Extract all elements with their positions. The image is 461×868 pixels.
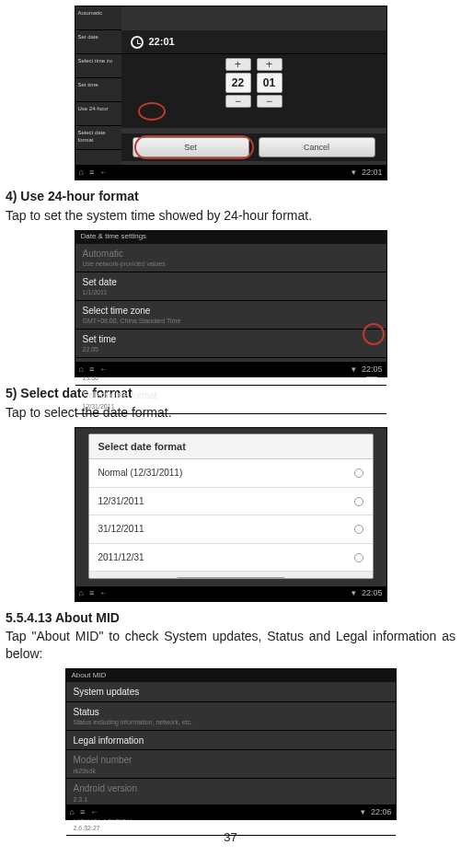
dialog-buttons: Set Cancel	[121, 133, 386, 161]
list-item: Set date	[75, 30, 121, 54]
row-time-zone[interactable]: Select time zone GMT+08:00, China Standa…	[75, 301, 386, 330]
back-icon[interactable]: ←	[99, 167, 108, 178]
screen-header: Date & time settings	[75, 231, 386, 244]
hour-column: + 22 −	[225, 58, 251, 108]
row-set-time[interactable]: Set time 22:05	[75, 330, 386, 358]
radio-icon	[354, 469, 363, 478]
row-automatic[interactable]: Automatic Use network-provided values	[75, 244, 386, 272]
minute-column: + 01 −	[257, 58, 282, 108]
list-item: Select time zo	[75, 54, 121, 78]
menu-icon[interactable]: ≡	[89, 364, 94, 375]
time-picker-screenshot: Automatic Set date Select time zo Set ti…	[75, 6, 387, 180]
date-time-settings-screenshot: Date & time settings Automatic Use netwo…	[75, 230, 387, 377]
list-item: Use 24-hour	[75, 102, 121, 126]
home-icon[interactable]: ⌂	[70, 806, 75, 817]
row-title: Legal information	[74, 735, 388, 747]
home-icon[interactable]: ⌂	[79, 364, 84, 375]
radio-icon	[354, 497, 363, 506]
cancel-button[interactable]: Cancel	[259, 137, 375, 157]
option-normal[interactable]: Normal (12/31/2011)	[89, 459, 373, 488]
menu-icon[interactable]: ≡	[89, 167, 94, 178]
status-bar: ⌂ ≡ ← ▾ 22:06	[66, 804, 396, 819]
row-subtitle: 2.3.1	[74, 795, 388, 804]
option-label: 12/31/2011	[98, 496, 144, 506]
status-time: 22:05	[362, 364, 383, 375]
time-picker: + 22 − + 01 −	[225, 58, 282, 108]
row-subtitle: 1/1/2011	[83, 288, 379, 296]
row-model-number: Model number rk29sdk	[66, 750, 396, 779]
cancel-button[interactable]: Cancel	[176, 577, 286, 578]
dialog-header: 22:01	[121, 30, 386, 54]
wifi-icon: ▾	[352, 364, 356, 375]
row-system-updates[interactable]: System updates	[66, 682, 396, 702]
row-subtitle: 12/31/2011	[83, 402, 379, 411]
option-dmy[interactable]: 31/12/2011	[89, 515, 373, 544]
radio-icon	[354, 525, 363, 534]
minute-value[interactable]: 01	[257, 73, 282, 93]
hour-plus-button[interactable]: +	[225, 58, 251, 71]
radio-icon	[354, 553, 363, 562]
row-android-version: Android version 2.3.1	[66, 779, 396, 807]
status-bar: ⌂ ≡ ← ▾ 22:05	[75, 362, 386, 376]
clock-icon	[131, 36, 144, 49]
row-subtitle: Status including information, network, e…	[74, 718, 388, 726]
back-icon[interactable]: ←	[90, 806, 98, 817]
list-item: Select date format	[75, 126, 121, 150]
row-status[interactable]: Status Status including information, net…	[66, 702, 396, 731]
row-title: Android version	[74, 782, 388, 795]
date-format-dialog-screenshot: Select date format Normal (12/31/2011) 1…	[75, 427, 387, 602]
set-button[interactable]: Set	[133, 137, 249, 157]
option-label: Normal (12/31/2011)	[98, 468, 183, 478]
section-heading-about-mid: 5.5.4.13 About MID	[6, 609, 455, 627]
row-subtitle: 22:05	[83, 345, 379, 353]
hour-value[interactable]: 22	[225, 73, 251, 93]
about-mid-screenshot: About MID System updates Status Status i…	[65, 668, 397, 820]
row-subtitle: 2.6.32.27	[74, 824, 388, 832]
hour-minus-button[interactable]: −	[225, 95, 251, 108]
row-subtitle: GMT+08:00, China Standard Time	[83, 317, 379, 325]
section-body-about-mid: Tap "About MID" to check System updates,…	[6, 628, 455, 663]
option-label: 31/12/2011	[98, 524, 144, 534]
status-bar: ⌂ ≡ ← ▾ 22:01	[75, 165, 386, 179]
list-item: Set time	[75, 78, 121, 102]
row-subtitle: Use network-provided values	[83, 260, 379, 268]
row-title: Set time	[83, 333, 379, 346]
row-subtitle: rk29sdk	[74, 767, 388, 775]
option-mdy[interactable]: 12/31/2011	[89, 488, 373, 516]
row-title: Automatic	[83, 248, 379, 260]
section-heading-24hour: 4) Use 24-hour format	[6, 188, 455, 205]
row-legal-information[interactable]: Legal information	[66, 731, 396, 751]
back-icon[interactable]: ←	[99, 364, 108, 375]
minute-plus-button[interactable]: +	[257, 58, 282, 71]
row-title: Model number	[74, 754, 388, 767]
option-label: 2011/12/31	[98, 552, 144, 562]
list-item: Automatic	[75, 6, 121, 30]
status-bar: ⌂ ≡ ← ▾ 22:05	[75, 586, 386, 601]
settings-list-left: Automatic Set date Select time zo Set ti…	[75, 6, 121, 165]
row-set-date[interactable]: Set date 1/1/2011	[75, 272, 386, 301]
dialog-footer: Cancel	[89, 572, 373, 578]
menu-icon[interactable]: ≡	[89, 587, 94, 598]
minute-minus-button[interactable]: −	[257, 95, 282, 108]
dialog-title: Select date format	[89, 434, 373, 460]
menu-icon[interactable]: ≡	[80, 806, 85, 817]
settings-list: Automatic Use network-provided values Se…	[75, 244, 386, 362]
back-icon[interactable]: ←	[99, 587, 108, 598]
home-icon[interactable]: ⌂	[79, 587, 84, 598]
option-ymd[interactable]: 2011/12/31	[89, 544, 373, 573]
status-time: 22:01	[362, 167, 383, 178]
section-body-24hour: Tap to set the system time showed by 24-…	[6, 207, 455, 225]
row-date-format[interactable]: Select date format 12/31/2011	[75, 386, 386, 414]
wifi-icon: ▾	[352, 167, 356, 178]
home-icon[interactable]: ⌂	[79, 167, 84, 178]
settings-list: System updates Status Status including i…	[66, 682, 396, 804]
status-time: 22:05	[362, 587, 383, 598]
date-format-dialog: Select date format Normal (12/31/2011) 1…	[88, 434, 374, 579]
row-title: System updates	[74, 686, 388, 699]
screen-header: About MID	[66, 669, 396, 682]
row-title: Select date format	[83, 389, 379, 402]
wifi-icon: ▾	[361, 806, 365, 817]
dialog-title: 22:01	[149, 35, 175, 49]
row-title: Status	[74, 706, 388, 719]
row-title: Set date	[83, 276, 379, 289]
